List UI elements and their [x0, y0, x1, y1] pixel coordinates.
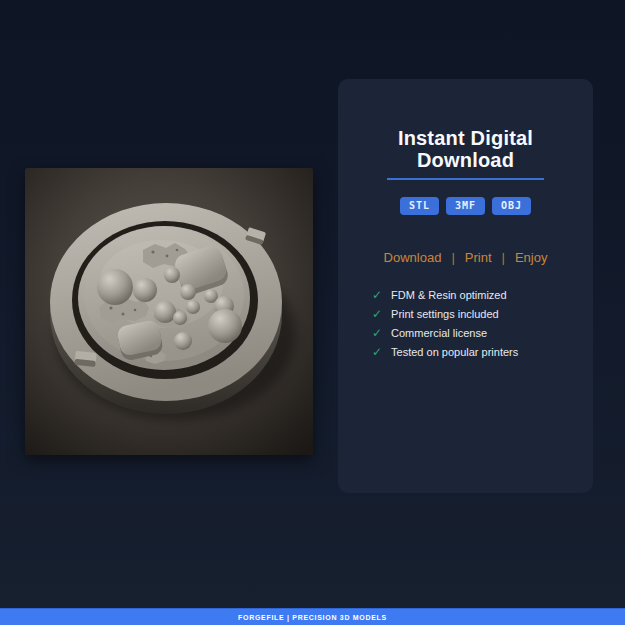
check-icon: ✓: [372, 289, 382, 301]
feature-label: Print settings included: [391, 309, 499, 320]
product-render: [25, 168, 313, 455]
feature-label: FDM & Resin optimized: [391, 290, 507, 301]
format-badge-obj[interactable]: OBJ: [492, 197, 531, 215]
format-badge-3mf[interactable]: 3MF: [446, 197, 485, 215]
dish-model-render: [25, 168, 313, 455]
brand-footer-text: FORGEFILE | PRECISION 3D MODELS: [238, 614, 387, 621]
check-icon: ✓: [372, 346, 382, 358]
feature-item: ✓ FDM & Resin optimized: [372, 289, 593, 301]
dish-tab-left: [74, 351, 96, 367]
feature-item: ✓ Print settings included: [372, 308, 593, 320]
check-icon: ✓: [372, 308, 382, 320]
tagline-enjoy: Enjoy: [515, 250, 548, 265]
info-panel: Instant Digital Download STL 3MF OBJ Dow…: [338, 79, 593, 493]
format-badges: STL 3MF OBJ: [338, 197, 593, 215]
page-title: Instant Digital Download: [338, 127, 593, 171]
feature-item: ✓ Tested on popular printers: [372, 346, 593, 358]
page-title-line2: Download: [417, 149, 514, 171]
feature-label: Commercial license: [391, 328, 487, 339]
tagline-download: Download: [384, 250, 442, 265]
feature-item: ✓ Commercial license: [372, 327, 593, 339]
brand-footer: FORGEFILE | PRECISION 3D MODELS: [0, 608, 625, 625]
page-title-line1: Instant Digital: [398, 127, 533, 149]
check-icon: ✓: [372, 327, 382, 339]
tagline: Download | Print | Enjoy: [338, 250, 593, 265]
feature-label: Tested on popular printers: [391, 347, 518, 358]
format-badge-stl[interactable]: STL: [400, 197, 439, 215]
feature-list: ✓ FDM & Resin optimized ✓ Print settings…: [338, 289, 593, 358]
tagline-separator: |: [502, 250, 505, 265]
tagline-print: Print: [465, 250, 492, 265]
tagline-separator: |: [451, 250, 454, 265]
title-underline: [387, 178, 544, 180]
